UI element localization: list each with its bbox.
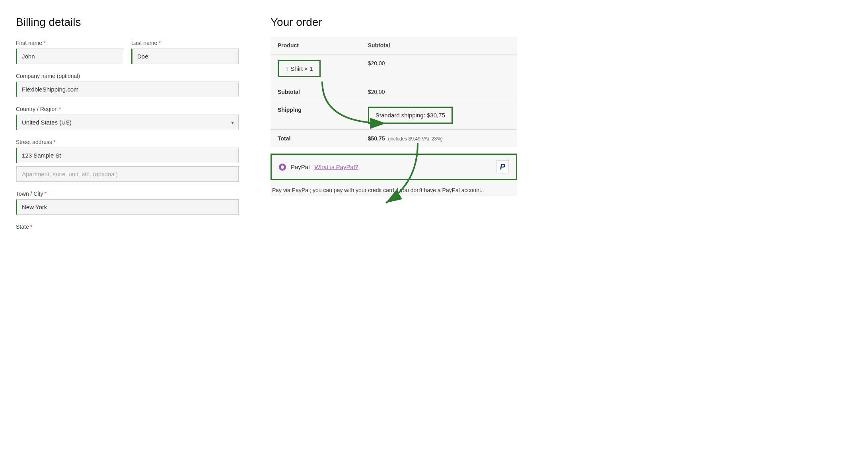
product-cell: T-Shirt × 1	[271, 55, 361, 83]
country-group: Country / Region* United States (US) Can…	[16, 106, 239, 130]
product-subtotal-cell: $20,00	[361, 55, 517, 83]
apt-input[interactable]	[16, 166, 239, 182]
order-table: Product Subtotal T-Shirt × 1 $20,00 Subt…	[271, 37, 517, 147]
product-row: T-Shirt × 1 $20,00	[271, 55, 517, 83]
company-input[interactable]	[16, 82, 239, 97]
company-group: Company name (optional)	[16, 73, 239, 97]
order-section: Your order Product Subtotal T-Shirt × 1 …	[271, 16, 517, 239]
total-value-cell: $50,75 (includes $9,49 VAT 23%)	[361, 130, 517, 148]
billing-title: Billing details	[16, 16, 239, 29]
order-title: Your order	[271, 16, 517, 29]
paypal-radio[interactable]	[279, 164, 286, 171]
street-input[interactable]	[16, 148, 239, 163]
shipping-row: Shipping Standard shipping: $30,75	[271, 101, 517, 130]
state-group: State*	[16, 224, 239, 230]
first-name-input[interactable]	[16, 49, 123, 64]
billing-section: Billing details First name* Last name* C…	[16, 16, 239, 239]
last-name-label: Last name*	[131, 40, 239, 46]
last-name-group: Last name*	[131, 40, 239, 64]
subtotal-col-header: Subtotal	[361, 37, 517, 55]
state-label: State*	[16, 224, 239, 230]
first-name-label: First name*	[16, 40, 123, 46]
payment-description: Pay via PayPal; you can pay with your cr…	[271, 180, 517, 196]
paypal-logo: P	[496, 160, 509, 173]
what-is-paypal-link[interactable]: What is PayPal?	[315, 164, 358, 170]
city-label: Town / City*	[16, 191, 239, 197]
subtotal-label-cell: Subtotal	[271, 83, 361, 101]
shipping-box: Standard shipping: $30,75	[368, 107, 453, 124]
payment-row: PayPal What is PayPal? P	[271, 154, 517, 180]
country-label: Country / Region*	[16, 106, 239, 112]
city-group: Town / City*	[16, 191, 239, 215]
country-select-wrapper: United States (US) Canada United Kingdom…	[16, 115, 239, 130]
shipping-label-cell: Shipping	[271, 101, 361, 130]
country-select[interactable]: United States (US) Canada United Kingdom…	[16, 115, 239, 130]
company-label: Company name (optional)	[16, 73, 239, 79]
product-col-header: Product	[271, 37, 361, 55]
total-label-cell: Total	[271, 130, 361, 148]
street-label: Street address*	[16, 139, 239, 145]
total-row: Total $50,75 (includes $9,49 VAT 23%)	[271, 130, 517, 148]
last-name-input[interactable]	[131, 49, 239, 64]
payment-section: PayPal What is PayPal? P Pay via PayPal;…	[271, 154, 517, 196]
product-box: T-Shirt × 1	[278, 60, 321, 77]
street-group: Street address*	[16, 139, 239, 182]
subtotal-row: Subtotal $20,00	[271, 83, 517, 101]
city-input[interactable]	[16, 199, 239, 215]
subtotal-value-cell: $20,00	[361, 83, 517, 101]
paypal-label: PayPal	[291, 164, 310, 170]
shipping-value-cell: Standard shipping: $30,75	[361, 101, 517, 130]
first-name-group: First name*	[16, 40, 123, 64]
